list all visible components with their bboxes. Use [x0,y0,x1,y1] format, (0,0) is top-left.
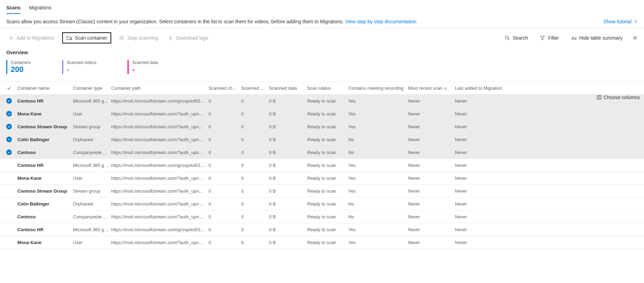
cell-type: Stream group [73,124,111,129]
stat-value: - [132,65,158,74]
chevron-down-icon [634,19,638,24]
cell-channels: 0 [209,137,241,142]
cell-recent: Never [408,188,455,194]
documentation-link[interactable]: View step by step documentation [345,19,416,24]
download-label: Download logs [176,35,208,41]
col-scanned-videos[interactable]: Scanned videos [241,86,269,91]
cell-lastadded: Never [455,98,502,104]
cell-path: https://msit.microsoftstream.com/group/e… [111,98,209,104]
cell-channels: 0 [209,111,241,116]
stat-label: Containers [11,60,31,65]
row-checkbox[interactable] [6,201,12,207]
stat-accent [6,60,7,74]
stat-card: Scanned videos - [62,60,96,74]
cell-lastadded: Never [455,163,502,168]
cell-type: Companywide channel [73,214,111,219]
table-row[interactable]: Contoso HR Microsoft 365 group https://m… [0,223,644,236]
tab-migrations[interactable]: Migrations [29,3,51,14]
row-checkbox[interactable] [6,240,12,245]
cell-channels: 0 [209,214,241,219]
cell-path: https://msit.microsoftstream.com/?auth_u… [111,137,209,142]
table-row[interactable]: Mona Kane User https://msit.microsoftstr… [0,236,644,249]
cell-data: 0 B [269,111,307,116]
scan-container-button[interactable]: Scan container [62,32,111,43]
cell-name: Colin Ballinger [17,137,73,142]
scan-label: Scan container [75,35,107,41]
cell-type: Orphaned [73,137,111,142]
row-checkbox-checked-icon[interactable] [6,137,12,142]
col-scan-status[interactable]: Scan status [307,86,348,91]
stop-scanning-button[interactable]: Stop scanning [117,34,160,42]
choose-columns-button[interactable]: Choose columns [597,95,640,100]
more-options-button[interactable] [632,35,638,41]
tab-scans[interactable]: Scans [6,3,21,14]
add-to-migrations-button[interactable]: Add to Migrations [6,34,57,42]
cell-name: Mona Kane [17,111,73,116]
table-row[interactable]: Mona Kane User https://msit.microsoftstr… [0,107,644,120]
cell-meeting: Yes [348,163,408,168]
cell-recent: Never [408,98,455,104]
row-checkbox-checked-icon[interactable] [6,149,12,155]
cell-recent: Never [408,176,455,181]
cell-type: User [73,176,111,181]
col-scanned-data[interactable]: Scanned data [269,86,307,91]
cell-videos: 0 [241,214,269,219]
cell-name: Contoso Stream Group [17,124,73,129]
containers-table: Container name Container type Container … [0,82,644,249]
search-button[interactable]: Search [502,34,530,42]
hide-summary-button[interactable]: Hide table summary [569,34,625,42]
cell-data: 0 B [269,176,307,181]
cell-status: Ready to scan [307,98,348,104]
stat-value: - [67,65,96,74]
cell-data: 0 B [269,201,307,207]
table-row[interactable]: Contoso Stream Group Stream group https:… [0,120,644,133]
col-meeting-recording[interactable]: Contains meeting recording [348,86,408,91]
row-checkbox[interactable] [6,227,12,232]
col-last-added[interactable]: Last added to Migrations [455,86,502,91]
cell-type: Orphaned [73,201,111,207]
cell-videos: 0 [241,201,269,207]
cell-status: Ready to scan [307,124,348,129]
col-container-path[interactable]: Container path [111,86,209,91]
col-scanned-channels[interactable]: Scanned channels [209,86,241,91]
cell-data: 0 B [269,163,307,168]
stat-accent [62,60,63,74]
row-checkbox[interactable] [6,188,12,194]
cell-status: Ready to scan [307,227,348,232]
col-container-name[interactable]: Container name [17,86,73,91]
cell-lastadded: Never [455,111,502,116]
row-checkbox[interactable] [6,162,12,168]
select-all-checkbox[interactable] [3,86,17,90]
table-row[interactable]: Mona Kane User https://msit.microsoftstr… [0,172,644,185]
table-row[interactable]: Colin Ballinger Orphaned https://msit.mi… [0,197,644,210]
cell-channels: 0 [209,227,241,232]
col-recent-label: Most recent scan [408,86,442,91]
row-checkbox-checked-icon[interactable] [6,111,12,116]
cell-type: Microsoft 365 group [73,163,111,168]
table-row[interactable]: Contoso HR Microsoft 365 group https://m… [0,159,644,172]
table-row[interactable]: Colin Ballinger Orphaned https://msit.mi… [0,133,644,146]
stat-label: Scanned videos [67,60,96,65]
cell-name: Contoso HR [17,98,73,104]
table-row[interactable]: Contoso HR Microsoft 365 group https://m… [0,95,644,107]
cell-data: 0 B [269,137,307,142]
cell-data: 0 B [269,214,307,219]
col-most-recent-scan[interactable]: Most recent scan [408,86,455,91]
download-logs-button[interactable]: Download logs [166,34,210,42]
hide-summary-label: Hide table summary [579,35,623,41]
filter-button[interactable]: Filter [538,34,561,42]
cell-path: https://msit.microsoftstream.com/?auth_u… [111,124,209,129]
cell-recent: Never [408,150,455,155]
table-row[interactable]: Contoso Companywide channel https://msit… [0,210,644,223]
show-tutorial-button[interactable]: Show tutorial [603,19,638,24]
row-checkbox[interactable] [6,175,12,181]
cell-videos: 0 [241,98,269,104]
table-row[interactable]: Contoso Stream Group Stream group https:… [0,185,644,197]
row-checkbox-checked-icon[interactable] [6,98,12,104]
row-checkbox-checked-icon[interactable] [6,124,12,129]
cell-type: Stream group [73,188,111,194]
row-checkbox[interactable] [6,214,12,219]
table-row[interactable]: Contoso Companywide channel https://msit… [0,146,644,159]
col-container-type[interactable]: Container type [73,86,111,91]
stat-value: 200 [11,65,31,74]
